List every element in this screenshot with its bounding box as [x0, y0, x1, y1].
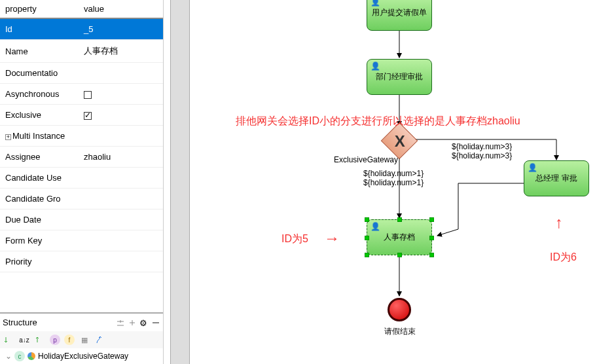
cond-left-2: ${holiday.num>1}	[363, 178, 424, 187]
properties-table: property value Id_5Name人事存档DocumentatioA…	[0, 0, 163, 272]
header-value: value	[79, 0, 163, 18]
diagram-area: 👤 用户提交请假单 👤 部门经理审批 X ExclusiveGateway ${…	[164, 0, 597, 364]
prop-row[interactable]: Due Date	[0, 209, 163, 230]
prop-row[interactable]: Exclusive	[0, 105, 163, 126]
tree-label: HolidayExclusiveGateway	[38, 352, 128, 361]
prop-value[interactable]	[79, 209, 163, 230]
prop-key: +Multi Instance	[0, 126, 79, 147]
prop-value[interactable]	[79, 189, 163, 209]
x-icon: X	[395, 132, 405, 151]
properties-panel: property value Id_5Name人事存档DocumentatioA…	[0, 0, 164, 364]
end-label: 请假结束	[384, 326, 416, 337]
task-archive[interactable]: 👤 人事存档	[367, 219, 432, 255]
prop-row[interactable]: Assigneezhaoliu	[0, 147, 163, 168]
cond-left-1: ${holiday.num>1}	[363, 169, 424, 178]
panel-separator[interactable]	[170, 0, 190, 364]
checkbox[interactable]	[84, 112, 92, 120]
prop-value[interactable]	[79, 84, 163, 105]
prop-value[interactable]	[79, 126, 163, 147]
structure-toolbar: a↓z p f ▦	[0, 331, 163, 348]
collapse-all-icon[interactable]	[116, 318, 125, 327]
task-manager-label: 部门经理审批	[376, 72, 423, 82]
link-icon[interactable]	[128, 318, 137, 327]
annotation-id6: ID为6	[550, 251, 577, 264]
expand-icon[interactable]: +	[5, 134, 11, 140]
annotation-id5: ID为5	[281, 232, 308, 246]
user-icon: 👤	[371, 222, 380, 231]
badge-p[interactable]: p	[50, 335, 60, 345]
prop-key: Exclusive	[0, 105, 79, 126]
prop-value[interactable]	[79, 230, 163, 251]
gateway-label: ExclusiveGateway	[334, 155, 398, 164]
prop-row[interactable]: Form Key	[0, 230, 163, 251]
prop-row[interactable]: Id_5	[0, 18, 163, 40]
prop-value[interactable]: _5	[79, 18, 163, 40]
task-archive-label: 人事存档	[384, 232, 415, 243]
task-submit-label: 用户提交请假单	[372, 8, 427, 18]
prop-key: Asynchronous	[0, 84, 79, 105]
badge-f[interactable]: f	[64, 335, 75, 345]
structure-title: Structure	[3, 318, 37, 327]
badge-c: c	[14, 351, 25, 361]
flow-icon[interactable]	[94, 334, 106, 346]
prop-row[interactable]: Priority	[0, 251, 163, 272]
user-icon: 👤	[371, 0, 380, 7]
lock-icon[interactable]: ▦	[79, 334, 90, 346]
header-property: property	[0, 0, 79, 18]
prop-value[interactable]	[79, 251, 163, 272]
arrow-right-icon: →	[324, 229, 340, 247]
task-manager[interactable]: 👤 部门经理审批	[367, 59, 432, 95]
prop-row[interactable]: Candidate Gro	[0, 189, 163, 209]
prop-key: Candidate Use	[0, 168, 79, 189]
gear-icon[interactable]: ⚙	[139, 318, 149, 327]
prop-value[interactable]: 人事存档	[79, 40, 163, 63]
prop-key: Assignee	[0, 147, 79, 168]
prop-row[interactable]: +Multi Instance	[0, 126, 163, 147]
cond-right-2: ${holiday.num>3}	[452, 151, 512, 160]
bpmn-canvas[interactable]: 👤 用户提交请假单 👤 部门经理审批 X ExclusiveGateway ${…	[196, 0, 597, 364]
cond-right-1: ${holiday.num>3}	[452, 142, 512, 151]
prop-key: Due Date	[0, 209, 79, 230]
minimize-icon[interactable]	[151, 318, 160, 327]
prop-value[interactable]	[79, 105, 163, 126]
prop-key: Candidate Gro	[0, 189, 79, 209]
user-icon: 👤	[528, 163, 537, 172]
prop-key: Form Key	[0, 230, 79, 251]
prop-value[interactable]: zhaoliu	[79, 147, 163, 168]
checkbox[interactable]	[84, 91, 92, 99]
pie-icon	[27, 352, 35, 360]
structure-header: Structure ⚙	[0, 312, 163, 331]
prop-row[interactable]: Documentatio	[0, 63, 163, 84]
prop-row[interactable]: Asynchronous	[0, 84, 163, 105]
chevron-down-icon: ⌄	[5, 352, 12, 361]
task-ceo[interactable]: 👤 总经理 审批	[524, 160, 589, 196]
task-ceo-label: 总经理 审批	[535, 173, 577, 184]
prop-row[interactable]: Name人事存档	[0, 40, 163, 63]
user-icon: 👤	[371, 62, 380, 71]
sort-up-icon[interactable]	[34, 334, 46, 346]
prop-key: Priority	[0, 251, 79, 272]
tree-row[interactable]: ⌄ c HolidayExclusiveGateway	[0, 348, 163, 364]
sort-az-icon[interactable]: a↓z	[18, 334, 30, 346]
svg-rect-0	[153, 322, 159, 323]
prop-key: Documentatio	[0, 63, 79, 84]
prop-value[interactable]	[79, 168, 163, 189]
sort-down-icon[interactable]	[3, 334, 14, 346]
arrow-up-icon: ↑	[555, 213, 563, 232]
task-submit[interactable]: 👤 用户提交请假单	[367, 0, 432, 31]
end-event[interactable]	[388, 298, 411, 321]
prop-row[interactable]: Candidate Use	[0, 168, 163, 189]
prop-value[interactable]	[79, 63, 163, 84]
prop-key: Id	[0, 18, 79, 40]
prop-key: Name	[0, 40, 79, 63]
annotation-main: 排他网关会选择ID小的分支进行所以选择的是人事存档zhaoliu	[236, 115, 520, 128]
